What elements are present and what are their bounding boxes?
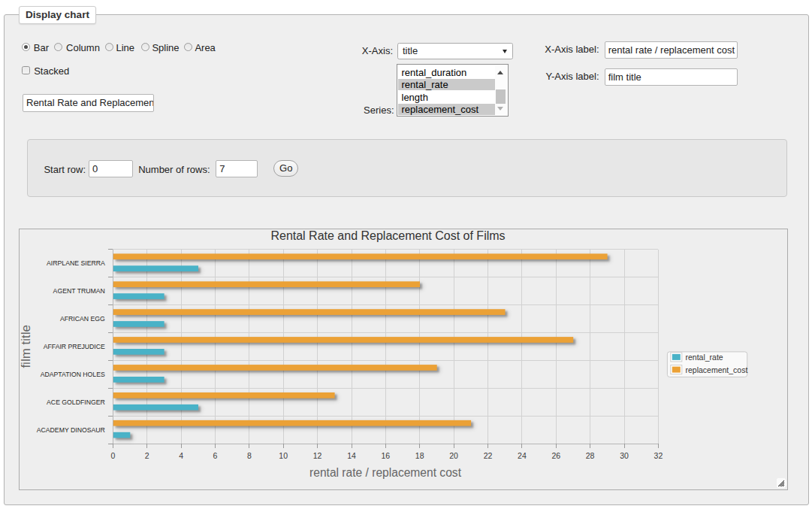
svg-text:Rental Rate and Replacement Co: Rental Rate and Replacement Cost of Film…: [270, 229, 505, 242]
svg-text:AIRPLANE SIERRA: AIRPLANE SIERRA: [47, 259, 105, 267]
svg-text:rental rate / replacement cost: rental rate / replacement cost: [309, 466, 462, 479]
svg-text:ACE GOLDFINGER: ACE GOLDFINGER: [47, 398, 105, 406]
svg-text:16: 16: [381, 451, 390, 460]
svg-text:AFRICAN EGG: AFRICAN EGG: [60, 315, 105, 323]
svg-text:film title: film title: [19, 325, 33, 368]
svg-text:ADAPTATION HOLES: ADAPTATION HOLES: [41, 371, 105, 378]
svg-text:24: 24: [518, 451, 527, 460]
svg-text:18: 18: [415, 451, 424, 460]
svg-text:20: 20: [449, 451, 458, 460]
svg-text:2: 2: [145, 451, 149, 460]
svg-text:ACADEMY DINOSAUR: ACADEMY DINOSAUR: [37, 426, 105, 434]
svg-text:AFFAIR PREJUDICE: AFFAIR PREJUDICE: [44, 343, 105, 350]
svg-text:26: 26: [551, 451, 560, 460]
svg-text:10: 10: [279, 451, 288, 460]
svg-text:6: 6: [213, 451, 217, 460]
svg-text:14: 14: [347, 451, 356, 460]
svg-text:4: 4: [179, 451, 183, 460]
svg-text:12: 12: [313, 451, 322, 460]
svg-text:rental_rate: rental_rate: [686, 353, 723, 362]
svg-text:30: 30: [620, 451, 629, 460]
svg-text:32: 32: [654, 451, 663, 460]
svg-text:22: 22: [484, 451, 493, 460]
svg-text:8: 8: [247, 451, 252, 460]
svg-text:0: 0: [110, 451, 115, 460]
svg-text:28: 28: [586, 451, 595, 460]
svg-text:replacement_cost: replacement_cost: [686, 365, 748, 374]
svg-text:AGENT TRUMAN: AGENT TRUMAN: [53, 287, 105, 295]
